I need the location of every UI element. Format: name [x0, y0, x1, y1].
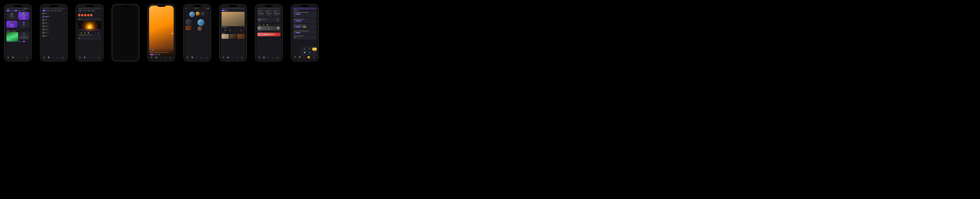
- like-icon[interactable]: 👍: [259, 24, 261, 25]
- trending-card-2[interactable]: [229, 34, 237, 39]
- event-card[interactable]: Compete togetherGenuinely the R. Atlanti…: [273, 10, 280, 17]
- cat-cinematic[interactable]: Cinematic: [6, 30, 11, 32]
- nav-account[interactable]: 🔍Account: [222, 57, 224, 59]
- bookmark-icon[interactable]: 🔖: [172, 35, 173, 37]
- nav-upload[interactable]: 📡Upload: [84, 57, 86, 59]
- nav-dashboard[interactable]: ▦Dashboard: [25, 57, 29, 59]
- nav-discover[interactable]: ▢Discover: [200, 57, 202, 59]
- search-icon[interactable]: 🔍: [100, 8, 101, 9]
- nav-dashboard[interactable]: ▦Dashboard: [62, 57, 65, 59]
- nav-upload[interactable]: 📡Upload: [191, 57, 193, 59]
- btn-reply[interactable]: Reply: [157, 54, 160, 55]
- menu-item[interactable]: 📺Watch: [302, 48, 307, 51]
- list-item[interactable]: Rich 11m ✦@richamous 3 mutual nets: [42, 31, 65, 34]
- filter-hashtag[interactable]: Hashtag: [22, 10, 25, 11]
- nav-discover[interactable]: ▢Discover: [164, 57, 167, 59]
- menu-item[interactable]: 🎮Plays: [307, 48, 312, 51]
- bubble-2[interactable]: …: [196, 12, 200, 16]
- hashtags[interactable]: #naturebyxstra #naturelovers #natural: [150, 53, 173, 54]
- menu-item[interactable]: 📖Reads: [312, 48, 317, 51]
- page-card-nature2[interactable]: Nature 24m @natureoftoday: [18, 21, 29, 28]
- nav-account[interactable]: 🔍Account: [294, 56, 296, 59]
- featured-avatar[interactable]: 142m ✦: [87, 14, 89, 17]
- read-card[interactable]: The Power of Dopamine Detox 🛡 1.2m ⓘ: [293, 35, 316, 40]
- nav-account[interactable]: 🔍Account: [151, 57, 153, 59]
- filter-pages[interactable]: Pages: [54, 10, 57, 11]
- btn-suggest[interactable]: Suggest: [150, 54, 154, 55]
- tab-shows[interactable]: Shows: [221, 10, 225, 11]
- search-input[interactable]: Search…: [258, 8, 279, 10]
- challenge-cta[interactable]: Change apartment everyday for a month: [19, 37, 29, 39]
- nav-upload[interactable]: 📡Upload: [299, 56, 301, 59]
- action-audience[interactable]: 👥Audience: [229, 29, 231, 32]
- filter-people[interactable]: People: [6, 10, 10, 11]
- xstra-web-tag[interactable]: XSTRA Web: [23, 8, 28, 10]
- filter-hashtag[interactable]: Hashtag: [57, 10, 61, 11]
- video-card[interactable]: Exploring Nature 710k · 45%: [6, 32, 18, 41]
- bookmark-icon[interactable]: 🔖: [277, 24, 278, 25]
- trending-card-3[interactable]: [237, 34, 245, 39]
- nav-home[interactable]: ⌂Home: [196, 57, 197, 59]
- action-view[interactable]: 👍View: [224, 29, 226, 32]
- search-input[interactable]: Search…: [6, 8, 22, 10]
- nav-dashboard[interactable]: ▦Dashboard: [277, 57, 280, 59]
- search-icon[interactable]: 🔍: [280, 8, 280, 9]
- share-icon[interactable]: ↗: [94, 32, 95, 33]
- like-icon[interactable]: 👍: [81, 32, 82, 33]
- notification-card[interactable]: Neil Bramson 🛡 Notified you for respect …: [258, 18, 280, 22]
- nav-home[interactable]: ⌂Home: [52, 57, 54, 59]
- list-item[interactable]: Ethan 7m ✦@beangein: [42, 22, 65, 25]
- chat-icon[interactable]: 💬: [88, 32, 89, 33]
- tab-hashtags[interactable]: Hashtags: [91, 10, 95, 11]
- nav-home[interactable]: ⌂Home: [160, 57, 161, 59]
- filter-people[interactable]: People: [42, 10, 46, 11]
- nav-account[interactable]: 🔍Account: [79, 57, 81, 59]
- search-icon[interactable]: 🔍: [315, 8, 316, 9]
- nav-home[interactable]: ⌂Home: [232, 57, 233, 59]
- fullscreen-post[interactable]: ♡ 🔁 🔖 ↗ Lisa 1.2m @thelimun ⭕ The best t…: [149, 6, 174, 60]
- nav-account[interactable]: 🔍Account: [258, 57, 261, 59]
- bubble-mountains[interactable]: Mountains: [197, 19, 204, 26]
- filter-groups[interactable]: Groups: [46, 10, 50, 11]
- nav-upload[interactable]: 📡Upload: [227, 57, 229, 59]
- read-card[interactable]: Advanced Nutrition Tips and Tools Ezekie…: [293, 18, 316, 24]
- user-pill[interactable]: Lisa: [152, 49, 154, 51]
- featured-avatar[interactable]: 89m ✦: [90, 14, 92, 17]
- promo-btn[interactable]: Like it: [23, 41, 25, 42]
- bubble-tech[interactable]: Tech: [186, 19, 192, 25]
- menu-item[interactable]: 🌐Feedmine: [307, 51, 312, 54]
- list-item[interactable]: Tom 36h ✦@tomsworld 4 mutual netsWriter: [42, 18, 65, 22]
- nav-dashboard[interactable]: ▦Dashboard: [169, 57, 172, 59]
- search-input[interactable]: Search…: [221, 8, 243, 10]
- bubble-business[interactable]: Business: [189, 12, 195, 17]
- menu-item[interactable]: 📰Articles: [302, 51, 307, 54]
- nav-discover[interactable]: ▢Discover: [56, 57, 59, 59]
- like-icon[interactable]: ♡: [172, 30, 173, 32]
- logo[interactable]: X: [186, 8, 187, 9]
- nav-discover-active[interactable]: ▢Discover: [307, 56, 310, 59]
- dislike-icon[interactable]: 👎: [84, 32, 85, 33]
- list-item[interactable]: Jerry 18s ✦@jerryiness: [42, 34, 65, 38]
- avatar[interactable]: [150, 49, 151, 51]
- nav-settings[interactable]: ⚙Dashboard: [205, 57, 208, 59]
- page-card-nature[interactable]: Nature of Today 34k @natureoftoday Commu…: [18, 12, 29, 20]
- tab-pages[interactable]: Pages: [88, 10, 91, 11]
- nav-home[interactable]: ⌂Home: [267, 57, 269, 59]
- challenge-banner[interactable]: CARDIO MADNESS CHALLENGE: [258, 33, 280, 36]
- list-item[interactable]: Thomas 17h ✦@thomjamsan 11 mutual nets: [42, 25, 65, 28]
- nav-discover[interactable]: ▢Discover: [272, 57, 274, 59]
- filter-groups[interactable]: Groups: [10, 10, 14, 11]
- nav-dashboard[interactable]: ▦Dashboard: [312, 56, 315, 59]
- nav-account[interactable]: 🔍Account: [43, 57, 45, 59]
- nav-upload[interactable]: 📡Upload: [48, 57, 50, 59]
- user-card-kevin[interactable]: Kevin 21m @kevinbeast ⭕ 521 mutual nets: [6, 12, 18, 20]
- nav-upload[interactable]: 📡Upload: [263, 57, 265, 59]
- repost-icon[interactable]: 🔁: [172, 33, 173, 34]
- share-icon[interactable]: ↗: [274, 24, 275, 25]
- play-icon[interactable]: ▶: [244, 27, 245, 28]
- read-card[interactable]: A Guide for Micro-evolution Nowadays Jer…: [293, 24, 316, 29]
- bubble-coffee[interactable]: [197, 27, 202, 31]
- user-card-russel[interactable]: Russel 13m @russelhot 246 mutual nets: [6, 21, 18, 28]
- bubble-art[interactable]: Art: [200, 12, 205, 16]
- cat-challenges[interactable]: Challenges: [11, 30, 16, 32]
